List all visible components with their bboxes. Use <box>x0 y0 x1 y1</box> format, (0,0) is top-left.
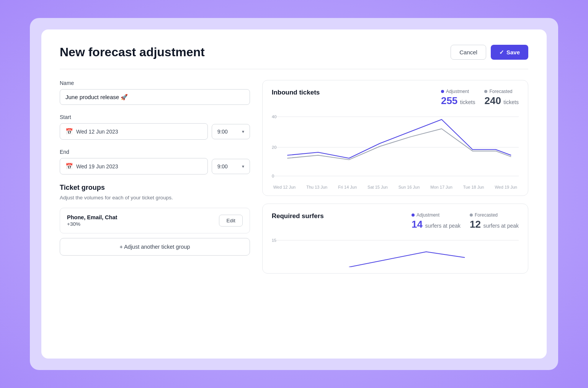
surfers-adjustment-value: 14 <box>412 218 423 230</box>
ticket-group-adjustment: +30% <box>67 221 117 227</box>
forecasted-value-row: 240 tickets <box>484 95 519 107</box>
end-time-value: 9:00 <box>217 163 228 170</box>
main-content: Name Start 📅 Wed 12 Jun 2023 9:00 ▾ <box>60 80 528 274</box>
surfers-forecasted-value-row: 12 surfers at peak <box>470 218 519 230</box>
x-label-0: Wed 12 Jun <box>273 185 296 189</box>
surfers-adjustment-legend: Adjustment 14 surfers at peak <box>412 212 461 230</box>
adjustment-legend: Adjustment 255 tickets <box>441 89 475 107</box>
surfers-forecasted-label-row: Forecasted <box>470 212 498 218</box>
ticket-groups-desc: Adjust the volumes for each of your tick… <box>60 194 250 202</box>
adjustment-legend-label: Adjustment <box>446 89 469 94</box>
x-label-6: Tue 18 Jun <box>463 185 484 189</box>
chevron-down-icon: ▾ <box>242 129 244 134</box>
surfers-forecasted-label: Forecasted <box>475 212 498 218</box>
surfers-y-label: 15 <box>272 238 276 243</box>
surfers-forecasted-unit: surfers at peak <box>483 223 519 229</box>
inbound-x-labels: Wed 12 Jun Thu 13 Jun Fri 14 Jun Sat 15 … <box>272 185 519 189</box>
x-label-7: Wed 19 Jun <box>495 185 517 189</box>
calendar-icon-end: 📅 <box>65 163 73 170</box>
name-form-group: Name <box>60 80 250 105</box>
end-label: End <box>60 149 250 155</box>
forecasted-unit: tickets <box>503 99 519 105</box>
surfers-forecasted-legend: Forecasted 12 surfers at peak <box>470 212 519 230</box>
surfers-forecasted-value: 12 <box>470 218 481 230</box>
ticket-groups-section: Ticket groups Adjust the volumes for eac… <box>60 184 250 256</box>
forecasted-legend: Forecasted 240 tickets <box>484 89 519 107</box>
svg-text:0: 0 <box>272 174 274 178</box>
name-label: Name <box>60 80 250 86</box>
adjustment-legend-label-row: Adjustment <box>441 89 469 94</box>
save-label: Save <box>506 49 520 55</box>
adjustment-legend-dot <box>441 90 444 93</box>
adjustment-value-row: 255 tickets <box>441 95 475 107</box>
inbound-chart-title: Inbound tickets <box>272 89 320 96</box>
start-date-time-row: 📅 Wed 12 Jun 2023 9:00 ▾ <box>60 123 250 140</box>
inbound-chart-legend: Adjustment 255 tickets Foreca <box>441 89 519 107</box>
x-label-2: Fri 14 Jun <box>338 185 357 189</box>
ticket-group-card: Phone, Email, Chat +30% Edit <box>60 208 250 233</box>
surfers-adjustment-value-row: 14 surfers at peak <box>412 218 461 230</box>
name-input[interactable] <box>60 89 250 105</box>
calendar-icon: 📅 <box>65 128 73 135</box>
x-label-3: Sat 15 Jun <box>368 185 388 189</box>
surfers-chart-title: Required surfers <box>272 212 324 220</box>
edit-ticket-group-button[interactable]: Edit <box>219 215 242 227</box>
outer-background: New forecast adjustment Cancel ✓ Save Na… <box>30 18 558 370</box>
forecasted-value: 240 <box>484 95 501 106</box>
start-date-value: Wed 12 Jun 2023 <box>76 129 118 135</box>
start-time-select[interactable]: 9:00 ▾ <box>212 124 250 139</box>
inbound-chart-header: Inbound tickets Adjustment 255 tickets <box>272 89 519 107</box>
surfers-adjustment-unit: surfers at peak <box>425 223 461 229</box>
svg-text:40: 40 <box>272 114 276 119</box>
start-label: Start <box>60 114 250 120</box>
chevron-down-icon-end: ▾ <box>242 164 244 169</box>
inbound-tickets-chart-card: Inbound tickets Adjustment 255 tickets <box>262 80 528 196</box>
forecasted-legend-label-row: Forecasted <box>484 89 512 94</box>
end-form-group: End 📅 Wed 19 Jun 2023 9:00 ▾ <box>60 149 250 174</box>
x-label-5: Mon 17 Jun <box>430 185 452 189</box>
ticket-group-name: Phone, Email, Chat <box>67 214 117 220</box>
surfers-chart-area: 15 <box>272 236 519 267</box>
inbound-chart-area: 40 20 0 <box>272 113 519 182</box>
add-ticket-group-button[interactable]: + Adjust another ticket group <box>60 238 250 256</box>
required-surfers-chart-card: Required surfers Adjustment 14 surfers a… <box>262 204 528 274</box>
surfers-chart-legend: Adjustment 14 surfers at peak <box>412 212 519 230</box>
start-time-value: 9:00 <box>217 129 228 135</box>
save-check-icon: ✓ <box>499 49 504 56</box>
forecasted-legend-dot <box>484 90 487 93</box>
ticket-groups-title: Ticket groups <box>60 184 250 192</box>
left-panel: Name Start 📅 Wed 12 Jun 2023 9:00 ▾ <box>60 80 250 274</box>
main-card: New forecast adjustment Cancel ✓ Save Na… <box>41 29 547 359</box>
surfers-forecasted-dot <box>470 214 473 217</box>
end-date-field[interactable]: 📅 Wed 19 Jun 2023 <box>60 158 208 174</box>
svg-text:20: 20 <box>272 145 276 150</box>
surfers-chart-header: Required surfers Adjustment 14 surfers a… <box>272 212 519 230</box>
x-label-4: Sun 16 Jun <box>399 185 420 189</box>
end-date-time-row: 📅 Wed 19 Jun 2023 9:00 ▾ <box>60 158 250 174</box>
page-header: New forecast adjustment Cancel ✓ Save <box>60 45 528 69</box>
inbound-chart-svg: 40 20 0 <box>272 113 519 182</box>
adjustment-value: 255 <box>441 95 457 106</box>
end-date-value: Wed 19 Jun 2023 <box>76 163 118 170</box>
x-label-1: Thu 13 Jun <box>306 185 327 189</box>
start-form-group: Start 📅 Wed 12 Jun 2023 9:00 ▾ <box>60 114 250 140</box>
page-title: New forecast adjustment <box>60 45 205 59</box>
surfers-adjustment-dot <box>412 214 415 217</box>
surfers-adjustment-label: Adjustment <box>416 212 439 218</box>
header-actions: Cancel ✓ Save <box>451 45 528 60</box>
cancel-button[interactable]: Cancel <box>451 45 486 60</box>
right-panel: Inbound tickets Adjustment 255 tickets <box>262 80 528 274</box>
forecasted-legend-label: Forecasted <box>489 89 512 94</box>
surfers-adjustment-label-row: Adjustment <box>412 212 439 218</box>
surfers-chart-svg <box>272 236 519 267</box>
start-date-field[interactable]: 📅 Wed 12 Jun 2023 <box>60 123 208 140</box>
save-button[interactable]: ✓ Save <box>491 45 528 60</box>
adjustment-unit: tickets <box>460 99 475 105</box>
ticket-group-info: Phone, Email, Chat +30% <box>67 214 117 227</box>
end-time-select[interactable]: 9:00 ▾ <box>212 159 250 174</box>
